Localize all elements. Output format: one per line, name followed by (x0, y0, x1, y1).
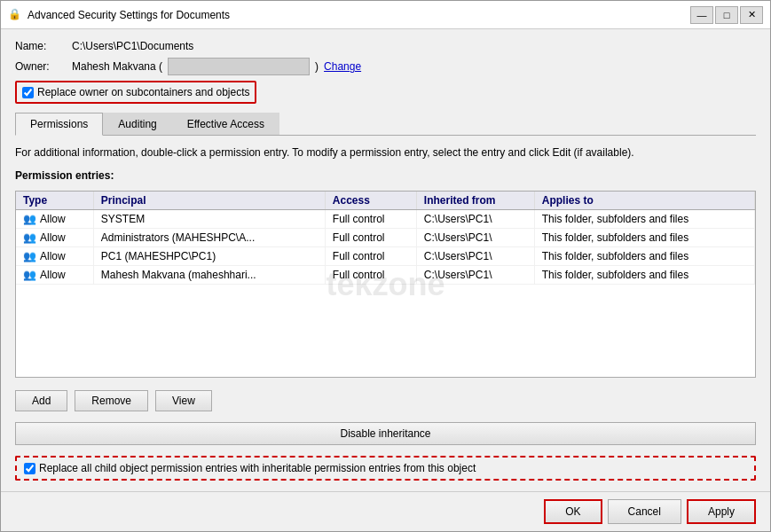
cell-type: 👥Allow (16, 229, 93, 247)
owner-name: Mahesh Makvana ( (72, 60, 162, 73)
titlebar-title: Advanced Security Settings for Documents (28, 9, 690, 21)
disable-inheritance-button[interactable]: Disable inheritance (15, 422, 756, 445)
owner-close-paren: ) (315, 60, 319, 73)
user-icon: 👥 (23, 213, 36, 225)
cell-principal: Administrators (MAHESHPC\A... (93, 229, 325, 247)
cell-applies-to: This folder, subfolders and files (534, 210, 754, 229)
user-icon: 👥 (23, 269, 36, 281)
replace-all-label: Replace all child object permission entr… (39, 462, 476, 474)
owner-input[interactable] (168, 58, 310, 75)
cell-principal: PC1 (MAHESHPC\PC1) (93, 247, 325, 266)
permissions-table-container: tekzone Type Principal Access Inherited … (15, 191, 756, 378)
cell-access: Full control (325, 247, 416, 266)
col-principal: Principal (93, 192, 325, 210)
minimize-button[interactable]: — (690, 6, 713, 24)
view-button[interactable]: View (155, 390, 212, 411)
change-owner-link[interactable]: Change (324, 60, 361, 73)
close-button[interactable]: ✕ (740, 6, 763, 24)
cell-type: 👥Allow (16, 247, 93, 266)
replace-all-row: Replace all child object permission entr… (15, 456, 756, 481)
owner-row: Owner: Mahesh Makvana ( ) Change (15, 58, 756, 75)
action-buttons: Add Remove View (15, 390, 756, 411)
cell-principal: SYSTEM (93, 210, 325, 229)
table-body: 👥AllowSYSTEMFull controlC:\Users\PC1\Thi… (16, 210, 755, 285)
table-header-row: Type Principal Access Inherited from App… (16, 192, 755, 210)
replace-owner-label: Replace owner on subcontainers and objec… (37, 86, 249, 98)
tab-permissions[interactable]: Permissions (15, 113, 103, 136)
col-applies: Applies to (534, 192, 754, 210)
tab-bar: Permissions Auditing Effective Access (15, 113, 756, 136)
titlebar-controls: — □ ✕ (690, 6, 763, 24)
cell-inherited: C:\Users\PC1\ (416, 210, 534, 229)
owner-field-group: Mahesh Makvana ( ) Change (72, 58, 361, 75)
bottom-button-bar: OK Cancel Apply (1, 491, 770, 531)
cell-inherited: C:\Users\PC1\ (416, 247, 534, 266)
maximize-button[interactable]: □ (715, 6, 738, 24)
add-button[interactable]: Add (15, 390, 67, 411)
cell-inherited: C:\Users\PC1\ (416, 229, 534, 247)
permissions-table: Type Principal Access Inherited from App… (16, 192, 755, 285)
remove-button[interactable]: Remove (75, 390, 148, 411)
table-row[interactable]: 👥AllowSYSTEMFull controlC:\Users\PC1\Thi… (16, 210, 755, 229)
tab-effective-access[interactable]: Effective Access (172, 113, 279, 135)
apply-button[interactable]: Apply (687, 499, 756, 524)
col-type: Type (16, 192, 93, 210)
user-icon: 👥 (23, 231, 36, 244)
replace-owner-row: Replace owner on subcontainers and objec… (15, 81, 256, 104)
titlebar-icon: 🔒 (8, 8, 22, 22)
col-inherited: Inherited from (416, 192, 534, 210)
table-row[interactable]: 👥AllowAdministrators (MAHESHPC\A...Full … (16, 229, 755, 247)
table-row[interactable]: 👥AllowMahesh Makvana (maheshhari...Full … (16, 266, 755, 285)
owner-label: Owner: (15, 60, 65, 73)
cell-applies-to: This folder, subfolders and files (534, 229, 754, 247)
titlebar: 🔒 Advanced Security Settings for Documen… (1, 1, 770, 29)
name-label: Name: (15, 40, 65, 52)
cell-type: 👥Allow (16, 266, 93, 285)
info-text: For additional information, double-click… (15, 146, 756, 159)
cell-principal: Mahesh Makvana (maheshhari... (93, 266, 325, 285)
name-value: C:\Users\PC1\Documents (72, 40, 193, 52)
cell-applies-to: This folder, subfolders and files (534, 266, 754, 285)
cell-access: Full control (325, 229, 416, 247)
ok-button[interactable]: OK (544, 499, 602, 524)
table-row[interactable]: 👥AllowPC1 (MAHESHPC\PC1)Full controlC:\U… (16, 247, 755, 266)
cell-access: Full control (325, 266, 416, 285)
cell-inherited: C:\Users\PC1\ (416, 266, 534, 285)
replace-all-checkbox[interactable] (24, 463, 35, 474)
tab-auditing[interactable]: Auditing (103, 113, 171, 135)
main-window: 🔒 Advanced Security Settings for Documen… (0, 0, 771, 532)
replace-owner-checkbox[interactable] (22, 87, 34, 98)
cancel-button[interactable]: Cancel (608, 499, 681, 524)
user-icon: 👥 (23, 250, 36, 262)
name-row: Name: C:\Users\PC1\Documents (15, 40, 756, 52)
cell-access: Full control (325, 210, 416, 229)
cell-applies-to: This folder, subfolders and files (534, 247, 754, 266)
col-access: Access (325, 192, 416, 210)
cell-type: 👥Allow (16, 210, 93, 229)
dialog-content: Name: C:\Users\PC1\Documents Owner: Mahe… (1, 29, 770, 491)
perm-entries-label: Permission entries: (15, 169, 756, 182)
